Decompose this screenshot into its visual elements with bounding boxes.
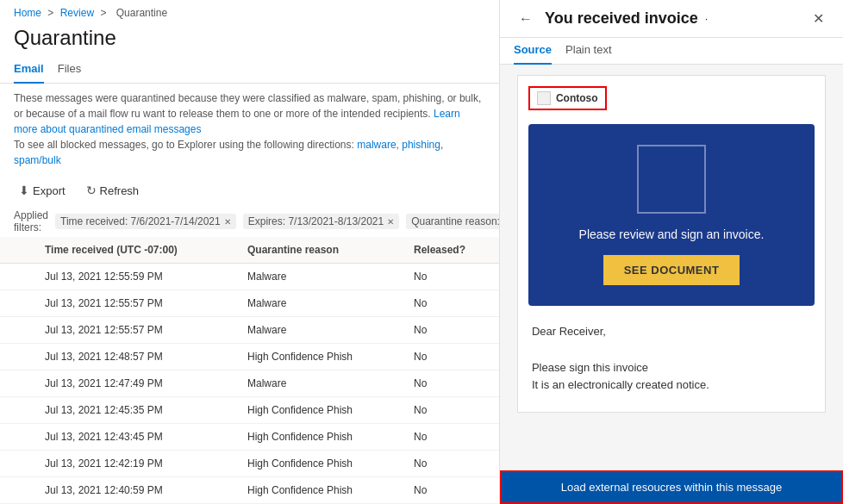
refresh-icon: ↻ [86, 184, 97, 197]
row-released: No [403, 370, 499, 397]
toolbar: ⬇ Export ↻ Refresh [0, 175, 499, 206]
filters-bar: Applied filters: Time received: 7/6/2021… [0, 206, 499, 237]
right-panel-title-suffix: · [705, 12, 709, 25]
email-preview: Contoso Please review and sign an invoic… [500, 65, 843, 470]
row-time: Jul 13, 2021 12:45:35 PM [34, 397, 237, 424]
row-reason: High Confidence Phish [237, 344, 403, 370]
col-time-received: Time received (UTC -07:00) [34, 237, 237, 264]
tab-plain-text[interactable]: Plain text [565, 38, 611, 65]
export-button[interactable]: ⬇ Export [14, 180, 71, 201]
row-released: No [403, 397, 499, 424]
row-check-cell [0, 451, 34, 477]
row-reason: High Confidence Phish [237, 451, 403, 477]
load-external-resources-bar[interactable]: Load external resoucres within this mess… [500, 470, 843, 504]
left-panel: Home > Review > Quarantine Quarantine Em… [0, 0, 500, 504]
table-row[interactable]: Jul 13, 2021 12:42:19 PMHigh Confidence … [0, 451, 499, 477]
row-reason: High Confidence Phish [237, 477, 403, 504]
row-released: No [403, 290, 499, 317]
breadcrumb-review[interactable]: Review [60, 7, 94, 19]
right-panel: ← You received invoice · ✕ Source Plain … [500, 0, 843, 504]
row-time: Jul 13, 2021 12:47:49 PM [34, 370, 237, 397]
row-released: No [403, 477, 499, 504]
filter-tag-expires-close[interactable]: ✕ [387, 217, 394, 227]
row-time: Jul 13, 2021 12:42:19 PM [34, 451, 237, 477]
right-tabs: Source Plain text [500, 38, 843, 65]
table-row[interactable]: Jul 13, 2021 12:45:35 PMHigh Confidence … [0, 397, 499, 424]
tab-email[interactable]: Email [14, 57, 44, 84]
row-reason: Malware [237, 317, 403, 344]
row-check-cell [0, 264, 34, 290]
quarantine-table: Time received (UTC -07:00) Quarantine re… [0, 237, 499, 504]
breadcrumb-home[interactable]: Home [14, 7, 41, 19]
row-reason: Malware [237, 264, 403, 290]
table-row[interactable]: Jul 13, 2021 12:55:57 PMMalwareNo [0, 317, 499, 344]
row-reason: Malware [237, 290, 403, 317]
row-time: Jul 13, 2021 12:40:59 PM [34, 477, 237, 504]
col-released: Released? [403, 237, 499, 264]
right-header: ← You received invoice · ✕ [500, 0, 843, 38]
close-button[interactable]: ✕ [808, 9, 829, 28]
row-check-cell [0, 290, 34, 317]
row-time: Jul 13, 2021 12:55:57 PM [34, 317, 237, 344]
filters-label: Applied filters: [14, 209, 48, 233]
row-check-cell [0, 344, 34, 370]
row-check-cell [0, 477, 34, 504]
banner-text: Please review and sign an invoice. [542, 227, 801, 241]
filter-tag-time-received-close[interactable]: ✕ [224, 217, 231, 227]
back-button[interactable]: ← [514, 9, 538, 28]
row-reason: High Confidence Phish [237, 424, 403, 451]
table-row[interactable]: Jul 13, 2021 12:43:45 PMHigh Confidence … [0, 424, 499, 451]
breadcrumb: Home > Review > Quarantine [0, 0, 499, 22]
spambulk-link[interactable]: spam/bulk [14, 154, 61, 166]
row-released: No [403, 317, 499, 344]
contoso-header: Contoso [528, 86, 607, 110]
contoso-label: Contoso [556, 92, 598, 104]
email-body-line3: It is an electronically created notice. [532, 376, 811, 395]
email-body: Dear Receiver, Please sign this invoice … [528, 316, 815, 401]
row-released: No [403, 344, 499, 370]
row-check-cell [0, 317, 34, 344]
email-banner: Please review and sign an invoice. SEE D… [528, 124, 815, 306]
row-reason: Malware [237, 370, 403, 397]
see-document-button[interactable]: SEE DOCUMENT [603, 255, 740, 285]
description: These messages were quarantined because … [0, 84, 499, 175]
row-time: Jul 13, 2021 12:43:45 PM [34, 424, 237, 451]
malware-link[interactable]: malware [357, 139, 396, 151]
filter-tag-expires: Expires: 7/13/2021-8/13/2021 ✕ [243, 214, 399, 229]
table-row[interactable]: Jul 13, 2021 12:47:49 PMMalwareNo [0, 370, 499, 397]
row-time: Jul 13, 2021 12:55:59 PM [34, 264, 237, 290]
row-released: No [403, 424, 499, 451]
table-row[interactable]: Jul 13, 2021 12:40:59 PMHigh Confidence … [0, 477, 499, 504]
filter-tag-quarantine-reason: Quarantine reason: Transpo [406, 214, 499, 229]
row-time: Jul 13, 2021 12:55:57 PM [34, 290, 237, 317]
email-content: Contoso Please review and sign an invoic… [517, 75, 826, 413]
tab-files[interactable]: Files [58, 57, 81, 84]
table-row[interactable]: Jul 13, 2021 12:55:59 PMMalwareNo [0, 264, 499, 290]
export-icon: ⬇ [19, 184, 29, 197]
email-salutation: Dear Receiver, [532, 323, 811, 341]
row-check-cell [0, 397, 34, 424]
table-header-row: Time received (UTC -07:00) Quarantine re… [0, 237, 499, 264]
row-check-cell [0, 424, 34, 451]
quarantine-table-container: Time received (UTC -07:00) Quarantine re… [0, 237, 499, 504]
col-quarantine-reason: Quarantine reason [237, 237, 403, 264]
table-row[interactable]: Jul 13, 2021 12:55:57 PMMalwareNo [0, 290, 499, 317]
banner-image-placeholder [637, 145, 706, 214]
refresh-button[interactable]: ↻ Refresh [81, 180, 145, 201]
tab-source[interactable]: Source [514, 38, 552, 65]
row-released: No [403, 264, 499, 290]
breadcrumb-current: Quarantine [116, 7, 167, 19]
email-body-line2: Please sign this invoice [532, 359, 811, 377]
row-released: No [403, 451, 499, 477]
phishing-link[interactable]: phishing [402, 139, 440, 151]
left-tabs: Email Files [0, 57, 499, 84]
row-time: Jul 13, 2021 12:48:57 PM [34, 344, 237, 370]
row-reason: High Confidence Phish [237, 397, 403, 424]
row-check-cell [0, 370, 34, 397]
table-row[interactable]: Jul 13, 2021 12:48:57 PMHigh Confidence … [0, 344, 499, 370]
page-title: Quarantine [0, 22, 499, 57]
filter-tag-time-received: Time received: 7/6/2021-7/14/2021 ✕ [55, 214, 236, 229]
contoso-icon [537, 91, 551, 105]
right-panel-title: You received invoice [545, 9, 698, 28]
col-check [0, 237, 34, 264]
